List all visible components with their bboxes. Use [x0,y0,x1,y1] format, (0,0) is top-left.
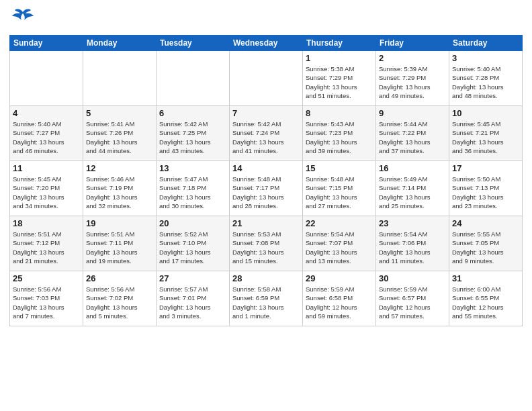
calendar-week-1: 1Sunrise: 5:38 AM Sunset: 7:29 PM Daylig… [10,51,523,106]
day-number: 19 [86,218,153,228]
calendar-cell: 4Sunrise: 5:40 AM Sunset: 7:27 PM Daylig… [10,106,83,161]
page: Sunday Monday Tuesday Wednesday Thursday… [0,0,532,411]
day-number: 18 [13,218,80,228]
day-number: 1 [306,53,373,63]
calendar-cell: 12Sunrise: 5:46 AM Sunset: 7:19 PM Dayli… [83,161,157,216]
header-tuesday: Tuesday [157,36,230,51]
calendar-cell: 30Sunrise: 5:59 AM Sunset: 6:57 PM Dayli… [376,271,449,326]
calendar-week-5: 25Sunrise: 5:56 AM Sunset: 7:03 PM Dayli… [10,271,523,326]
header [9,7,523,31]
day-info: Sunrise: 5:46 AM Sunset: 7:19 PM Dayligh… [86,175,153,210]
calendar-cell [83,51,157,106]
day-number: 13 [159,163,226,173]
calendar-cell: 28Sunrise: 5:58 AM Sunset: 6:59 PM Dayli… [230,271,303,326]
day-number: 23 [379,218,446,228]
calendar-cell: 24Sunrise: 5:55 AM Sunset: 7:05 PM Dayli… [449,216,523,271]
day-number: 12 [86,163,153,173]
day-number: 26 [86,273,153,283]
day-info: Sunrise: 5:45 AM Sunset: 7:20 PM Dayligh… [13,175,80,210]
day-number: 7 [232,108,300,118]
calendar-cell [157,51,230,106]
day-number: 8 [306,108,373,118]
calendar-cell: 16Sunrise: 5:49 AM Sunset: 7:14 PM Dayli… [376,161,449,216]
calendar-cell: 8Sunrise: 5:43 AM Sunset: 7:23 PM Daylig… [303,106,376,161]
day-number: 6 [159,108,226,118]
day-info: Sunrise: 5:41 AM Sunset: 7:26 PM Dayligh… [86,120,153,155]
day-number: 4 [13,108,80,118]
calendar-week-2: 4Sunrise: 5:40 AM Sunset: 7:27 PM Daylig… [10,106,523,161]
day-number: 9 [379,108,446,118]
day-info: Sunrise: 5:53 AM Sunset: 7:08 PM Dayligh… [232,230,300,265]
calendar-cell: 1Sunrise: 5:38 AM Sunset: 7:29 PM Daylig… [303,51,376,106]
day-info: Sunrise: 5:42 AM Sunset: 7:25 PM Dayligh… [159,120,226,155]
day-number: 21 [232,218,300,228]
header-monday: Monday [83,36,157,51]
day-info: Sunrise: 5:57 AM Sunset: 7:01 PM Dayligh… [159,285,226,320]
header-thursday: Thursday [303,36,376,51]
day-number: 31 [452,273,519,283]
calendar-cell: 15Sunrise: 5:48 AM Sunset: 7:15 PM Dayli… [303,161,376,216]
day-number: 5 [86,108,153,118]
day-number: 24 [452,218,519,228]
day-info: Sunrise: 5:58 AM Sunset: 6:59 PM Dayligh… [232,285,300,320]
day-info: Sunrise: 5:51 AM Sunset: 7:12 PM Dayligh… [13,230,80,265]
day-number: 27 [159,273,226,283]
calendar-week-4: 18Sunrise: 5:51 AM Sunset: 7:12 PM Dayli… [10,216,523,271]
calendar-cell: 13Sunrise: 5:47 AM Sunset: 7:18 PM Dayli… [157,161,230,216]
calendar-cell [230,51,303,106]
calendar-cell: 22Sunrise: 5:54 AM Sunset: 7:07 PM Dayli… [303,216,376,271]
calendar-cell: 26Sunrise: 5:56 AM Sunset: 7:02 PM Dayli… [83,271,157,326]
header-sunday: Sunday [10,36,83,51]
day-info: Sunrise: 5:56 AM Sunset: 7:02 PM Dayligh… [86,285,153,320]
day-info: Sunrise: 6:00 AM Sunset: 6:55 PM Dayligh… [452,285,519,320]
calendar-cell: 7Sunrise: 5:42 AM Sunset: 7:24 PM Daylig… [230,106,303,161]
calendar-header-row: Sunday Monday Tuesday Wednesday Thursday… [10,36,523,51]
calendar-cell: 2Sunrise: 5:39 AM Sunset: 7:29 PM Daylig… [376,51,449,106]
day-number: 11 [13,163,80,173]
day-info: Sunrise: 5:54 AM Sunset: 7:07 PM Dayligh… [306,230,373,265]
day-number: 25 [13,273,80,283]
header-saturday: Saturday [449,36,523,51]
calendar-cell: 31Sunrise: 6:00 AM Sunset: 6:55 PM Dayli… [449,271,523,326]
day-info: Sunrise: 5:55 AM Sunset: 7:05 PM Dayligh… [452,230,519,265]
day-number: 3 [452,53,519,63]
calendar-cell: 11Sunrise: 5:45 AM Sunset: 7:20 PM Dayli… [10,161,83,216]
day-info: Sunrise: 5:47 AM Sunset: 7:18 PM Dayligh… [159,175,226,210]
calendar-cell: 14Sunrise: 5:48 AM Sunset: 7:17 PM Dayli… [230,161,303,216]
calendar-cell: 29Sunrise: 5:59 AM Sunset: 6:58 PM Dayli… [303,271,376,326]
calendar-cell: 19Sunrise: 5:51 AM Sunset: 7:11 PM Dayli… [83,216,157,271]
day-info: Sunrise: 5:44 AM Sunset: 7:22 PM Dayligh… [379,120,446,155]
calendar-cell: 9Sunrise: 5:44 AM Sunset: 7:22 PM Daylig… [376,106,449,161]
day-info: Sunrise: 5:59 AM Sunset: 6:57 PM Dayligh… [379,285,446,320]
day-number: 22 [306,218,373,228]
day-info: Sunrise: 5:49 AM Sunset: 7:14 PM Dayligh… [379,175,446,210]
day-info: Sunrise: 5:51 AM Sunset: 7:11 PM Dayligh… [86,230,153,265]
calendar-cell: 20Sunrise: 5:52 AM Sunset: 7:10 PM Dayli… [157,216,230,271]
day-number: 17 [452,163,519,173]
day-info: Sunrise: 5:50 AM Sunset: 7:13 PM Dayligh… [452,175,519,210]
day-info: Sunrise: 5:59 AM Sunset: 6:58 PM Dayligh… [306,285,373,320]
day-number: 28 [232,273,300,283]
calendar-week-3: 11Sunrise: 5:45 AM Sunset: 7:20 PM Dayli… [10,161,523,216]
day-info: Sunrise: 5:42 AM Sunset: 7:24 PM Dayligh… [232,120,300,155]
day-number: 2 [379,53,446,63]
day-number: 30 [379,273,446,283]
logo [9,7,39,31]
day-info: Sunrise: 5:38 AM Sunset: 7:29 PM Dayligh… [306,64,373,100]
logo-icon [9,7,36,31]
day-number: 10 [452,108,519,118]
calendar-cell [10,51,83,106]
calendar-cell: 6Sunrise: 5:42 AM Sunset: 7:25 PM Daylig… [157,106,230,161]
day-number: 16 [379,163,446,173]
day-info: Sunrise: 5:48 AM Sunset: 7:17 PM Dayligh… [232,175,300,210]
day-number: 29 [306,273,373,283]
day-number: 15 [306,163,373,173]
calendar-cell: 27Sunrise: 5:57 AM Sunset: 7:01 PM Dayli… [157,271,230,326]
day-info: Sunrise: 5:52 AM Sunset: 7:10 PM Dayligh… [159,230,226,265]
day-info: Sunrise: 5:56 AM Sunset: 7:03 PM Dayligh… [13,285,80,320]
calendar-cell: 10Sunrise: 5:45 AM Sunset: 7:21 PM Dayli… [449,106,523,161]
calendar-cell: 17Sunrise: 5:50 AM Sunset: 7:13 PM Dayli… [449,161,523,216]
calendar-cell: 5Sunrise: 5:41 AM Sunset: 7:26 PM Daylig… [83,106,157,161]
day-info: Sunrise: 5:40 AM Sunset: 7:27 PM Dayligh… [13,120,80,155]
day-info: Sunrise: 5:39 AM Sunset: 7:29 PM Dayligh… [379,64,446,100]
